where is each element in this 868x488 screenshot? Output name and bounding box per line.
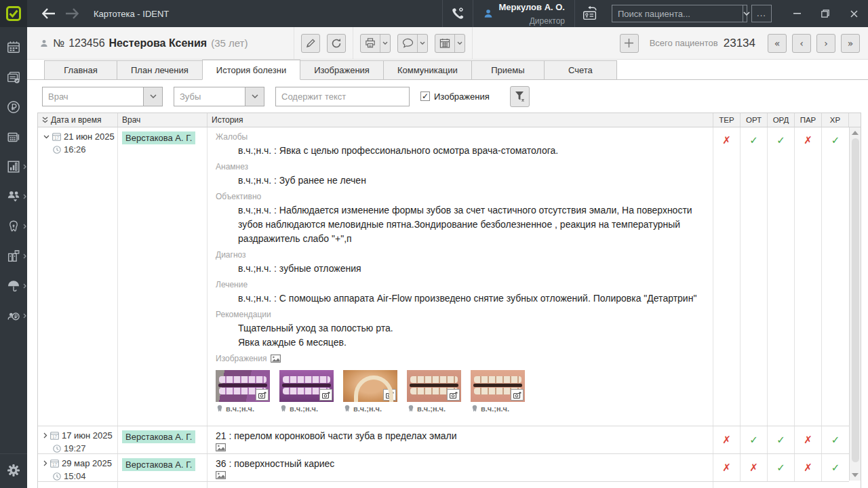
history-table: Дата и время Врач История ТЕР ОРТ ОРД ПА… [37, 113, 861, 488]
dental-photo[interactable] [471, 370, 525, 402]
thumbnail-label: в.ч.;н.ч. [290, 405, 318, 413]
chevron-right-icon [23, 224, 26, 229]
dental-photo-thumbnail[interactable]: в.ч.;н.ч. [471, 370, 525, 413]
history-row-partial[interactable] [38, 482, 849, 488]
clear-filter-button[interactable] [510, 86, 530, 107]
teeth-filter-dropdown[interactable] [245, 87, 264, 106]
dental-photo-thumbnail[interactable]: в.ч.;н.ч. [279, 370, 334, 413]
checkbox-check-icon[interactable]: ✓ [420, 92, 430, 101]
search-more-button[interactable]: ... [751, 5, 772, 22]
history-section-label: Диагноз [216, 248, 706, 262]
close-button[interactable] [840, 0, 868, 27]
dental-photo-thumbnail[interactable]: в.ч.;н.ч. [407, 370, 461, 413]
print-dropdown-chevron[interactable] [380, 35, 390, 52]
history-row-expanded[interactable]: 17 21 июн 2025 16:26 Верстакова А. Г. Жа… [38, 127, 849, 426]
column-header-xr[interactable]: ХР [822, 113, 849, 127]
sidebar-item-insurance[interactable] [0, 271, 27, 301]
maximize-button[interactable] [811, 0, 840, 27]
dental-photo[interactable] [279, 370, 334, 402]
sidebar-item-reports[interactable] [0, 152, 27, 182]
edit-patient-button[interactable] [301, 34, 320, 53]
doctor-cell: Верстакова А. Г. [118, 426, 208, 453]
sidebar-item-staff[interactable] [0, 182, 27, 211]
tab-images[interactable]: Изображения [300, 60, 384, 79]
patient-card-return-button[interactable] [575, 0, 605, 27]
tab-appointments[interactable]: Приемы [471, 60, 545, 79]
app-logo[interactable] [0, 0, 27, 27]
appointments-button[interactable] [435, 35, 454, 52]
teeth-filter-input[interactable] [174, 87, 245, 106]
minimize-button[interactable] [783, 0, 811, 27]
tab-invoices[interactable]: Счета [544, 60, 617, 79]
dental-photo-thumbnail[interactable]: в.ч.;н.ч. [343, 370, 397, 413]
tab-communications[interactable]: Коммуникации [383, 60, 472, 79]
doctor-cell: Верстакова А. Г. [118, 127, 208, 426]
status-cross-icon: ✗ [795, 454, 822, 481]
refresh-button[interactable] [327, 34, 346, 53]
tooth-icon [343, 405, 351, 413]
dental-photo-thumbnail[interactable]: в.ч.;н.ч. [216, 370, 270, 413]
contains-text-input[interactable] [275, 87, 410, 106]
sidebar-item-cashbox[interactable] [0, 122, 27, 152]
images-filter-checkbox[interactable]: ✓ Изображения [420, 92, 490, 102]
patient-name: Нестерова Ксения [109, 37, 208, 49]
column-header-ort[interactable]: ОРТ [741, 113, 768, 127]
doctor-filter-input[interactable] [43, 87, 143, 106]
scroll-up-arrow[interactable] [852, 131, 859, 135]
history-section: Диагнозв.ч.;н.ч. : зубные отложения [216, 248, 706, 276]
dental-photo[interactable] [343, 370, 397, 402]
last-patient-button[interactable]: » [841, 34, 860, 53]
column-header-par[interactable]: ПАР [795, 113, 822, 127]
history-text: Явка каждые 6 месяцев. [238, 336, 699, 350]
column-header-history[interactable]: История [208, 113, 713, 127]
dental-photo[interactable] [216, 370, 270, 402]
telephony-button[interactable] [443, 0, 473, 27]
sidebar-item-salary[interactable] [0, 301, 27, 331]
next-patient-button[interactable]: › [816, 34, 835, 53]
scroll-down-arrow[interactable] [852, 473, 859, 477]
tab-medical-history[interactable]: История болезни [202, 60, 300, 80]
chevron-down-icon[interactable] [43, 135, 50, 139]
sidebar-item-patient-cards[interactable] [0, 62, 27, 92]
status-cross-icon: ✗ [713, 454, 741, 481]
vertical-scrollbar[interactable] [849, 127, 861, 481]
sidebar-item-schedule[interactable] [0, 33, 27, 62]
history-row[interactable]: 17 17 июн 2025 19:27 Верстакова А. Г. 21… [38, 426, 849, 454]
dental-photo[interactable] [407, 370, 461, 402]
tab-main[interactable]: Главная [44, 60, 117, 79]
sidebar-item-settings[interactable] [0, 458, 27, 483]
scrollbar-thumb[interactable] [852, 138, 859, 462]
title-bar: Картотека - IDENT Меркулов А. О. Директо… [0, 0, 868, 27]
current-user[interactable]: Меркулов А. О. Директор [473, 0, 574, 27]
column-header-ord[interactable]: ОРД [768, 113, 795, 127]
add-patient-button[interactable] [620, 34, 639, 53]
tooth-icon [216, 405, 224, 413]
search-dropdown-button[interactable] [743, 5, 750, 22]
first-patient-button[interactable]: « [768, 34, 787, 53]
chevron-right-icon[interactable] [43, 432, 47, 439]
row-time: 19:27 [64, 443, 86, 453]
column-header-ter[interactable]: ТЕР [713, 113, 741, 127]
tooth-icon [279, 405, 288, 413]
message-dropdown-chevron[interactable] [417, 35, 427, 52]
sidebar-item-payments[interactable] [0, 92, 27, 122]
column-header-date[interactable]: Дата и время [38, 113, 118, 127]
status-cross-icon: ✗ [795, 426, 822, 453]
previous-patient-button[interactable]: ‹ [792, 34, 811, 53]
patient-search-input[interactable] [612, 9, 743, 19]
chevron-right-icon[interactable] [43, 460, 47, 466]
forward-arrow-button[interactable] [65, 8, 79, 19]
history-row[interactable]: 17 29 мар 2025 15:04 Верстакова А. Г. 36… [38, 454, 849, 482]
sidebar-item-warehouse[interactable] [0, 241, 27, 271]
message-button[interactable] [398, 35, 417, 52]
tab-treatment-plan[interactable]: План лечения [117, 60, 203, 79]
svg-text:17: 17 [52, 462, 58, 467]
camera-badge-icon [383, 389, 396, 401]
print-button[interactable] [361, 35, 380, 52]
column-header-doctor[interactable]: Врач [118, 113, 208, 127]
sidebar-item-dental-lab[interactable] [0, 211, 27, 241]
status-cell-group: ✗✓✓✗✓ [713, 127, 849, 426]
back-arrow-button[interactable] [42, 8, 56, 19]
doctor-filter-dropdown[interactable] [143, 87, 162, 106]
appointments-dropdown-chevron[interactable] [454, 35, 465, 52]
